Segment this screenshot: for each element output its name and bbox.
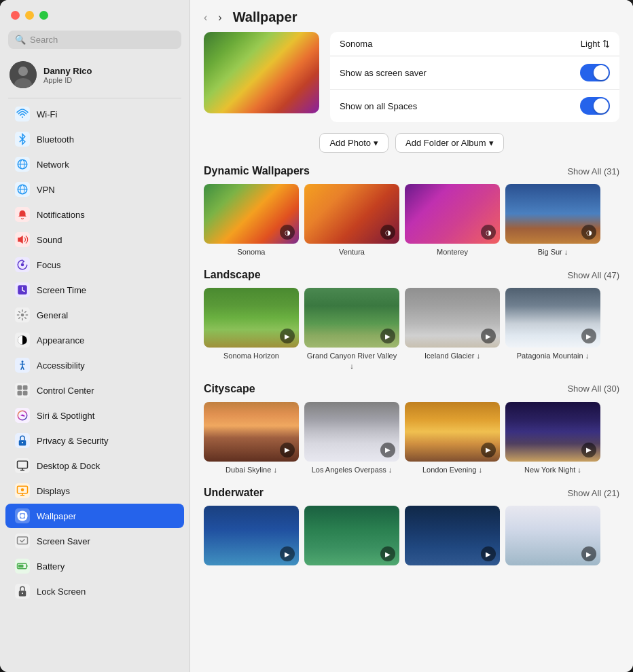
add-folder-button[interactable]: Add Folder or Album ▾ xyxy=(395,133,504,153)
thumb-badge-newyork: ▶ xyxy=(581,443,596,458)
sidebar-item-privacy[interactable]: Privacy & Security xyxy=(5,428,184,453)
wallpaper-item-sonoma[interactable]: ◑Sonoma xyxy=(204,184,299,257)
current-wallpaper-thumbnail[interactable] xyxy=(204,32,319,113)
wallpaper-item-ventura[interactable]: ◑Ventura xyxy=(304,184,399,257)
show-all-underwater[interactable]: Show All (21) xyxy=(567,488,619,498)
search-input[interactable] xyxy=(30,35,175,45)
wallpaper-thumb-uw4: ▶ xyxy=(505,506,600,565)
thumb-badge-london: ▶ xyxy=(481,443,496,458)
close-button[interactable] xyxy=(11,11,20,20)
wallpaper-item-sonoma-horizon[interactable]: ▶Sonoma Horizon xyxy=(204,288,299,371)
sidebar-item-accessibility[interactable]: Accessibility xyxy=(5,353,184,377)
show-all-cityscape[interactable]: Show All (30) xyxy=(567,384,619,394)
main-scroll[interactable]: Sonoma Light ⇅ Show as screen saver Show… xyxy=(190,32,633,672)
focus-icon xyxy=(15,257,30,272)
svg-point-33 xyxy=(21,488,24,491)
wallpaper-thumb-uw1: ▶ xyxy=(204,506,299,565)
battery-icon xyxy=(15,559,30,574)
sidebar-item-screentime[interactable]: Screen Time xyxy=(5,278,184,302)
sidebar-item-controlcenter[interactable]: Control Center xyxy=(5,378,184,403)
section-cityscape: CityscapeShow All (30)▶Dubai Skyline ↓▶L… xyxy=(204,383,619,474)
sidebar-item-label-sound: Sound xyxy=(37,235,62,245)
wallpaper-item-uw1[interactable]: ▶ xyxy=(204,506,299,569)
user-info: Danny Rico Apple ID xyxy=(43,66,92,84)
wallpaper-item-patagonia[interactable]: ▶Patagonia Mountain ↓ xyxy=(505,288,600,371)
section-header-landscape: LandscapeShow All (47) xyxy=(204,269,619,281)
wallpaper-name-monterey: Monterey xyxy=(437,247,468,257)
thumb-badge-sonoma: ◑ xyxy=(280,225,295,240)
wallpaper-thumb-dubai: ▶ xyxy=(204,402,299,462)
sidebar-item-label-wallpaper: Wallpaper xyxy=(37,511,76,521)
wallpaper-grid-landscape: ▶Sonoma Horizon▶Grand Canyon River Valle… xyxy=(204,288,619,371)
svg-point-15 xyxy=(22,360,24,362)
section-title-dynamic: Dynamic Wallpapers xyxy=(204,165,310,177)
svg-marker-10 xyxy=(18,236,23,244)
svg-point-11 xyxy=(21,263,24,267)
section-underwater: UnderwaterShow All (21)▶▶▶▶ xyxy=(204,487,619,569)
wallpaper-thumb-london: ▶ xyxy=(405,402,500,462)
wallpaper-item-london[interactable]: ▶London Evening ↓ xyxy=(405,402,500,474)
sidebar-item-label-bluetooth: Bluetooth xyxy=(37,134,74,145)
sidebar-item-desktop[interactable]: Desktop & Dock xyxy=(5,453,184,478)
sidebar-item-siri[interactable]: Siri & Spotlight xyxy=(5,403,184,428)
lockscreen-icon xyxy=(15,584,30,599)
wallpaper-thumb-ventura: ◑ xyxy=(304,184,399,244)
wallpaper-item-uw3[interactable]: ▶ xyxy=(405,506,500,569)
sidebar-item-label-appearance: Appearance xyxy=(37,335,84,346)
sidebar-item-label-accessibility: Accessibility xyxy=(37,360,85,371)
light-select[interactable]: Light ⇅ xyxy=(581,39,610,49)
show-all-landscape[interactable]: Show All (47) xyxy=(567,270,619,280)
sidebar-item-battery[interactable]: Battery xyxy=(5,554,184,578)
sidebar-item-vpn[interactable]: VPN xyxy=(5,177,184,202)
thumb-badge-dubai: ▶ xyxy=(280,443,295,458)
sidebar-item-focus[interactable]: Focus xyxy=(5,253,184,277)
sidebar-item-wallpaper[interactable]: Wallpaper xyxy=(5,504,184,528)
general-icon xyxy=(15,307,30,322)
wallpaper-item-losangeles[interactable]: ▶Los Angeles Overpass ↓ xyxy=(304,402,399,474)
maximize-button[interactable] xyxy=(39,11,48,20)
thumb-badge-monterey: ◑ xyxy=(481,225,496,240)
sidebar-item-displays[interactable]: Displays xyxy=(5,479,184,503)
svg-rect-23 xyxy=(23,391,28,396)
wallpaper-item-uw4[interactable]: ▶ xyxy=(505,506,600,569)
style-row: Sonoma Light ⇅ xyxy=(330,32,619,56)
user-profile[interactable]: Danny Rico Apple ID xyxy=(0,54,189,95)
wallpaper-item-uw2[interactable]: ▶ xyxy=(304,506,399,569)
forward-button[interactable]: › xyxy=(215,10,224,25)
wallpaper-item-bigsur[interactable]: ◑Big Sur ↓ xyxy=(505,184,600,257)
wallpaper-grid-dynamic: ◑Sonoma◑Ventura◑Monterey◑Big Sur ↓ xyxy=(204,184,619,257)
wallpaper-item-newyork[interactable]: ▶New York Night ↓ xyxy=(505,402,600,474)
section-title-landscape: Landscape xyxy=(204,269,261,281)
sidebar-item-label-focus: Focus xyxy=(37,260,60,270)
wallpaper-item-monterey[interactable]: ◑Monterey xyxy=(405,184,500,257)
sidebar-item-general[interactable]: General xyxy=(5,303,184,327)
sidebar-item-appearance[interactable]: Appearance xyxy=(5,328,184,352)
sidebar-item-label-notifications: Notifications xyxy=(37,210,85,220)
sidebar-item-lockscreen[interactable]: Lock Screen xyxy=(5,579,184,603)
sidebar-item-network[interactable]: Network xyxy=(5,152,184,176)
sidebar-item-notifications[interactable]: Notifications xyxy=(5,202,184,227)
wallpaper-name-patagonia: Patagonia Mountain ↓ xyxy=(517,351,589,360)
screen-saver-toggle[interactable] xyxy=(580,64,610,81)
wallpaper-name-dubai: Dubai Skyline ↓ xyxy=(225,465,277,474)
wallpaper-item-dubai[interactable]: ▶Dubai Skyline ↓ xyxy=(204,402,299,474)
section-dynamic: Dynamic WallpapersShow All (31)◑Sonoma◑V… xyxy=(204,165,619,257)
sidebar-item-wifi[interactable]: Wi-Fi xyxy=(5,102,184,126)
sidebar-item-bluetooth[interactable]: Bluetooth xyxy=(5,127,184,151)
sidebar-item-screensaver[interactable]: Screen Saver xyxy=(5,529,184,553)
wallpaper-item-iceland[interactable]: ▶Iceland Glacier ↓ xyxy=(405,288,500,371)
add-photo-button[interactable]: Add Photo ▾ xyxy=(319,133,388,153)
sidebar-item-label-wifi: Wi-Fi xyxy=(37,109,57,119)
wallpaper-item-grand-canyon[interactable]: ▶Grand Canyon River Valley ↓ xyxy=(304,288,399,371)
sidebar-item-label-battery: Battery xyxy=(37,561,65,572)
back-button[interactable]: ‹ xyxy=(201,10,210,25)
minimize-button[interactable] xyxy=(25,11,34,20)
wallpaper-thumb-iceland: ▶ xyxy=(405,288,500,348)
all-spaces-toggle[interactable] xyxy=(580,97,610,115)
sidebar-nav: Wi-FiBluetoothNetworkVPNNotificationsSou… xyxy=(0,101,189,672)
search-box[interactable]: 🔍 xyxy=(8,31,181,49)
show-all-dynamic[interactable]: Show All (31) xyxy=(567,166,619,176)
svg-point-35 xyxy=(20,514,24,518)
displays-icon xyxy=(15,483,30,498)
sidebar-item-sound[interactable]: Sound xyxy=(5,227,184,252)
